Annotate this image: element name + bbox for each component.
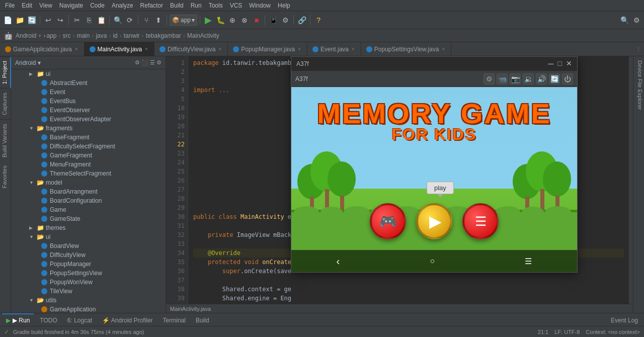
menu-run[interactable]: Run xyxy=(188,1,205,10)
tab-close-popupsettingsview[interactable]: × xyxy=(441,46,446,52)
help-btn[interactable]: ? xyxy=(313,15,324,26)
avd-btn[interactable]: 📱 xyxy=(268,15,279,26)
menu-navigate[interactable]: Navigate xyxy=(56,1,86,10)
tab-mainactivity[interactable]: MainActivity.java × xyxy=(85,42,154,56)
menu-file[interactable]: File xyxy=(2,1,18,10)
bottom-tab-build[interactable]: Build xyxy=(192,313,213,326)
bc-main[interactable]: main xyxy=(76,32,90,39)
tab-event[interactable]: Event.java × xyxy=(307,42,361,56)
gamepad-btn[interactable]: 🎮 xyxy=(370,203,406,239)
copy-btn[interactable]: ⎘ xyxy=(84,15,95,26)
menu-window[interactable]: Window xyxy=(246,1,274,10)
new-file-btn[interactable]: 📄 xyxy=(2,15,13,26)
tab-gameapplication[interactable]: GameApplication.java × xyxy=(0,42,85,56)
tree-item-boardview[interactable]: BoardView xyxy=(11,241,166,250)
find-btn[interactable]: 🔍 xyxy=(112,15,123,26)
vtab-build-variants[interactable]: Build Variants xyxy=(0,119,11,161)
tab-close-mainactivity[interactable]: × xyxy=(144,46,149,52)
line-ending[interactable]: LF: UTF-8 xyxy=(554,329,580,335)
commit-btn[interactable]: ⬆ xyxy=(153,15,164,26)
tree-item-eventbus[interactable]: EventBus xyxy=(11,97,166,106)
menu-game-btn[interactable]: ☰ xyxy=(462,203,499,239)
run-with-coverage-btn[interactable]: ⊕ xyxy=(227,15,238,26)
stop-btn[interactable]: ■ xyxy=(251,15,262,26)
sidebar-expand-icon[interactable]: ⬛ xyxy=(141,59,148,66)
tab-close-gameapplication[interactable]: × xyxy=(74,46,79,52)
tab-close-popupmanager[interactable]: × xyxy=(297,46,302,52)
bottom-tab-profiler[interactable]: ⚡ Android Profiler xyxy=(98,313,156,326)
sync-btn[interactable]: 🔄 xyxy=(26,15,37,26)
vtab-device-file-explorer[interactable]: Device File Explorer xyxy=(633,56,645,114)
vtab-captures[interactable]: Captures xyxy=(0,88,11,119)
attach-debugger-btn[interactable]: 🔗 xyxy=(296,15,307,26)
tab-popupsettingsview[interactable]: PopupSettingsView.java × xyxy=(361,42,451,56)
nav-recents-btn[interactable]: ☰ xyxy=(525,257,532,266)
android-dropdown[interactable]: Android ▾ xyxy=(15,59,41,66)
tree-item-themeselectfragment[interactable]: ThemeSelectFragment xyxy=(11,169,166,178)
profile-btn[interactable]: ⊗ xyxy=(239,15,250,26)
vtab-favorites[interactable]: Favorites xyxy=(0,161,11,192)
bc-id[interactable]: id xyxy=(113,32,117,39)
emu-settings-btn[interactable]: ⚙ xyxy=(484,73,495,85)
settings-btn[interactable]: ⚙ xyxy=(631,15,642,26)
search-everywhere-btn[interactable]: 🔍 xyxy=(619,15,630,26)
bc-tanwir[interactable]: tanwir xyxy=(124,32,140,39)
menu-view[interactable]: View xyxy=(36,1,55,10)
editor-scrollbar[interactable] xyxy=(629,56,633,313)
tree-item-eventobserveradapter[interactable]: EventObserverAdapter xyxy=(11,115,166,124)
tree-item-tileview[interactable]: TileView xyxy=(11,287,166,296)
sdk-btn[interactable]: ⚙ xyxy=(280,15,291,26)
emu-vol-down-btn[interactable]: 🔉 xyxy=(523,73,534,85)
sidebar-gear-icon[interactable]: ⚙ xyxy=(135,59,140,66)
recent-files-btn[interactable]: ⋮ xyxy=(633,44,644,55)
tree-item-ui[interactable]: ▶ 📁 ui xyxy=(11,69,166,78)
sidebar-collapse-icon[interactable]: ☰ xyxy=(150,59,155,66)
menu-help[interactable]: Help xyxy=(275,1,293,10)
menu-code[interactable]: Code xyxy=(87,1,108,10)
emulator-minimize-btn[interactable]: ─ xyxy=(548,60,553,68)
bc-app[interactable]: app xyxy=(46,32,56,39)
emulator-maximize-btn[interactable]: □ xyxy=(558,60,562,68)
tree-item-menufragment[interactable]: MenuFragment xyxy=(11,160,166,169)
nav-back-btn[interactable]: ‹ xyxy=(337,256,340,267)
tab-difficultyview[interactable]: DifficultyView.java × xyxy=(154,42,228,56)
sidebar-settings-icon[interactable]: ⚙ xyxy=(156,59,162,66)
tree-item-themes[interactable]: ▶ 📁 themes xyxy=(11,223,166,232)
vcs-btn[interactable]: ⑂ xyxy=(141,15,152,26)
bottom-tab-run[interactable]: ▶ ▶ Run xyxy=(2,313,34,326)
tree-item-event[interactable]: Event xyxy=(11,88,166,97)
bottom-tab-logcat[interactable]: 6: Logcat xyxy=(63,313,96,326)
replace-btn[interactable]: ⟳ xyxy=(124,15,135,26)
undo-btn[interactable]: ↩ xyxy=(43,15,54,26)
play-btn[interactable]: ▶ xyxy=(416,203,452,239)
tree-item-ui2[interactable]: ▼ 📂 ui xyxy=(11,232,166,241)
tree-item-difficultyview[interactable]: DifficultyView xyxy=(11,250,166,260)
emu-screenshot-btn[interactable]: 📷 xyxy=(510,73,521,85)
tree-item-game[interactable]: Game xyxy=(11,205,166,214)
bottom-tab-todo[interactable]: TODO xyxy=(36,313,61,326)
tree-item-fragments[interactable]: ▼ 📂 fragments xyxy=(11,124,166,133)
nav-home-btn[interactable]: ○ xyxy=(430,257,435,266)
tree-item-gamestate[interactable]: GameState xyxy=(11,214,166,223)
tree-item-gamefragment[interactable]: GameFragment xyxy=(11,151,166,160)
bottom-tab-eventlog[interactable]: Event Log xyxy=(607,313,642,326)
cut-btn[interactable]: ✂ xyxy=(71,15,83,26)
tree-item-model[interactable]: ▼ 📂 model xyxy=(11,178,166,187)
tree-item-popupsettingsview[interactable]: PopupSettingsView xyxy=(11,269,166,278)
tree-item-boardarrangment[interactable]: BoardArrangment xyxy=(11,187,166,196)
cursor-position[interactable]: 21:1 xyxy=(538,329,548,335)
debug-btn[interactable]: 🐛 xyxy=(215,15,226,26)
emulator-close-btn[interactable]: ✕ xyxy=(566,60,572,68)
run-debug-btn[interactable]: ▶ xyxy=(203,15,214,26)
tab-popupmanager[interactable]: PopupManager.java × xyxy=(228,42,307,56)
emu-refresh-btn[interactable]: 🔄 xyxy=(549,73,560,85)
emu-camera-btn[interactable]: 📹 xyxy=(497,73,508,85)
vtab-project[interactable]: 1: Project xyxy=(0,56,11,88)
tree-item-utils[interactable]: ▼ 📂 utils xyxy=(11,296,166,305)
menu-edit[interactable]: Edit xyxy=(19,1,35,10)
menu-vcs[interactable]: VCS xyxy=(227,1,246,10)
tree-item-difficultyselectfragment[interactable]: DifficultySelectFragment xyxy=(11,142,166,151)
tree-item-gameapplication[interactable]: GameApplication xyxy=(11,305,166,313)
tab-close-event[interactable]: × xyxy=(351,46,356,52)
tree-item-basefragment[interactable]: BaseFragment xyxy=(11,133,166,142)
